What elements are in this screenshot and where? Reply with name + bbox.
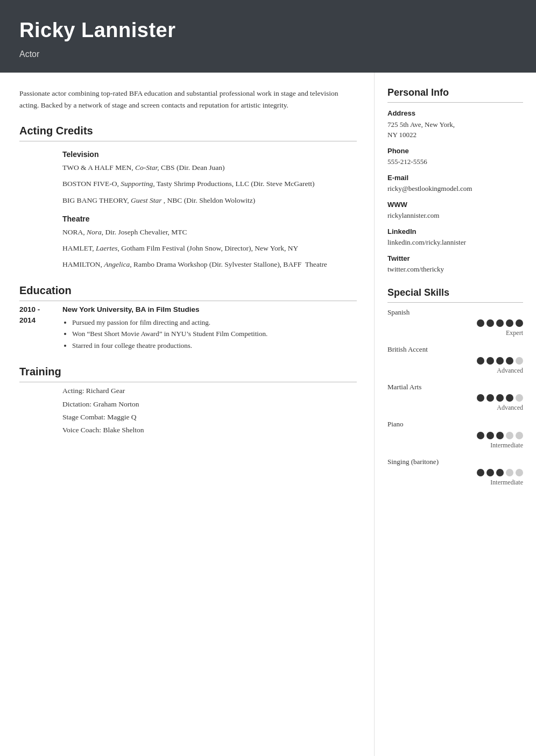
skill-spanish-name: Spanish bbox=[387, 307, 523, 318]
skill-spanish-level: Expert bbox=[387, 328, 523, 338]
dot bbox=[477, 469, 484, 476]
skill-singing-dots bbox=[387, 469, 523, 476]
dot bbox=[506, 319, 513, 327]
dot bbox=[486, 394, 494, 402]
tv-credit-1: TWO & A HALF MEN, Co-Star, CBS (Dir. Dea… bbox=[19, 162, 357, 173]
dot bbox=[477, 394, 484, 402]
phone-value: 555-212-5556 bbox=[387, 156, 523, 167]
theatre-section: Theatre NORA, Nora, Dir. Joseph Chevalie… bbox=[19, 213, 357, 270]
education-details: New York University, BA in Film Studies … bbox=[62, 304, 357, 352]
training-section: Training Acting: Richard Gear Dictation:… bbox=[19, 363, 357, 436]
linkedin-label: LinkedIn bbox=[387, 226, 523, 237]
www-value: rickylannister.com bbox=[387, 210, 523, 221]
skills-section: Special Skills Spanish Expert Britis bbox=[387, 286, 523, 488]
dot bbox=[506, 394, 513, 402]
candidate-name: Ricky Lannister bbox=[19, 15, 517, 46]
theatre-credit-3: HAMILTON, Angelica, Rambo Drama Workshop… bbox=[19, 259, 357, 270]
skill-british-accent-level: Advanced bbox=[387, 366, 523, 375]
www-label: WWW bbox=[387, 199, 523, 210]
dot bbox=[496, 469, 504, 476]
personal-info-title: Personal Info bbox=[387, 85, 523, 103]
dot bbox=[506, 357, 513, 365]
training-item-3: Stage Combat: Maggie Q bbox=[19, 412, 357, 423]
skill-martial-arts: Martial Arts Advanced bbox=[387, 382, 523, 413]
skill-british-accent-dots bbox=[387, 357, 523, 365]
television-section: Television TWO & A HALF MEN, Co-Star, CB… bbox=[19, 149, 357, 206]
edu-bullet-2: Won “Best Short Movie Award” in NYU’s St… bbox=[72, 329, 357, 339]
dot bbox=[516, 469, 523, 476]
training-item-1: Acting: Richard Gear bbox=[19, 386, 357, 396]
dot bbox=[486, 469, 494, 476]
theatre-credit-1: NORA, Nora, Dir. Joseph Chevalier, MTC bbox=[19, 227, 357, 238]
personal-info-section: Personal Info Address 725 5th Ave, New Y… bbox=[387, 85, 523, 275]
acting-credits-title: Acting Credits bbox=[19, 123, 357, 141]
left-column: Passionate actor combining top-rated BFA… bbox=[0, 73, 375, 756]
address-value: 725 5th Ave, New York,NY 10022 bbox=[387, 119, 523, 140]
skill-singing: Singing (baritone) Intermediate bbox=[387, 457, 523, 488]
training-item-4: Voice Coach: Blake Shelton bbox=[19, 425, 357, 436]
dot bbox=[486, 357, 494, 365]
dot bbox=[516, 432, 523, 439]
education-title: Education bbox=[19, 282, 357, 301]
dot bbox=[477, 432, 484, 439]
dot bbox=[516, 357, 523, 365]
skill-singing-name: Singing (baritone) bbox=[387, 457, 523, 467]
education-school: New York University, BA in Film Studies bbox=[62, 304, 357, 315]
skill-spanish: Spanish Expert bbox=[387, 307, 523, 338]
skill-piano-name: Piano bbox=[387, 419, 523, 430]
skill-british-accent-name: British Accent bbox=[387, 344, 523, 355]
summary-text: Passionate actor combining top-rated BFA… bbox=[19, 88, 357, 111]
skills-title: Special Skills bbox=[387, 286, 523, 303]
dot bbox=[477, 319, 484, 327]
edu-bullet-3: Starred in four college theatre producti… bbox=[72, 340, 357, 351]
dot bbox=[506, 432, 513, 439]
television-label: Television bbox=[19, 149, 357, 160]
skill-martial-arts-level: Advanced bbox=[387, 403, 523, 412]
body: Passionate actor combining top-rated BFA… bbox=[0, 73, 536, 756]
page: Ricky Lannister Actor Passionate actor c… bbox=[0, 0, 536, 756]
education-years: 2010 - 2014 bbox=[19, 304, 62, 352]
right-column: Personal Info Address 725 5th Ave, New Y… bbox=[375, 73, 536, 756]
twitter-value: twitter.com/thericky bbox=[387, 264, 523, 275]
email-value: ricky@bestlookingmodel.com bbox=[387, 183, 523, 194]
training-title: Training bbox=[19, 363, 357, 382]
skill-piano-dots bbox=[387, 432, 523, 439]
linkedin-value: linkedin.com/ricky.lannister bbox=[387, 237, 523, 248]
dot bbox=[496, 394, 504, 402]
dot bbox=[496, 319, 504, 327]
skill-piano: Piano Intermediate bbox=[387, 419, 523, 450]
theatre-label: Theatre bbox=[19, 213, 357, 225]
header: Ricky Lannister Actor bbox=[0, 0, 536, 73]
acting-credits-section: Acting Credits Television TWO & A HALF M… bbox=[19, 123, 357, 270]
dot bbox=[486, 319, 494, 327]
skill-british-accent: British Accent Advanced bbox=[387, 344, 523, 375]
dot bbox=[496, 357, 504, 365]
skill-martial-arts-dots bbox=[387, 394, 523, 402]
dot bbox=[516, 394, 523, 402]
dot bbox=[477, 357, 484, 365]
tv-credit-2: BOSTON FIVE-O, Supporting, Tasty Shrimp … bbox=[19, 179, 357, 189]
dot bbox=[486, 432, 494, 439]
edu-bullet-1: Pursued my passion for film directing an… bbox=[72, 317, 357, 328]
phone-label: Phone bbox=[387, 146, 523, 156]
education-section: Education 2010 - 2014 New York Universit… bbox=[19, 282, 357, 352]
candidate-title: Actor bbox=[19, 48, 517, 61]
skill-piano-level: Intermediate bbox=[387, 440, 523, 450]
dot bbox=[516, 319, 523, 327]
twitter-label: Twitter bbox=[387, 253, 523, 264]
training-item-2: Dictation: Graham Norton bbox=[19, 399, 357, 410]
education-bullets: Pursued my passion for film directing an… bbox=[62, 317, 357, 351]
address-label: Address bbox=[387, 108, 523, 119]
education-row: 2010 - 2014 New York University, BA in F… bbox=[19, 304, 357, 352]
email-label: E-mail bbox=[387, 173, 523, 183]
skill-spanish-dots bbox=[387, 319, 523, 327]
skill-singing-level: Intermediate bbox=[387, 477, 523, 487]
skill-martial-arts-name: Martial Arts bbox=[387, 382, 523, 393]
dot bbox=[506, 469, 513, 476]
dot bbox=[496, 432, 504, 439]
tv-credit-3: BIG BANG THEORY, Guest Star , NBC (Dir. … bbox=[19, 195, 357, 206]
theatre-credit-2: HAMLET, Laertes, Gotham Film Festival (J… bbox=[19, 243, 357, 254]
